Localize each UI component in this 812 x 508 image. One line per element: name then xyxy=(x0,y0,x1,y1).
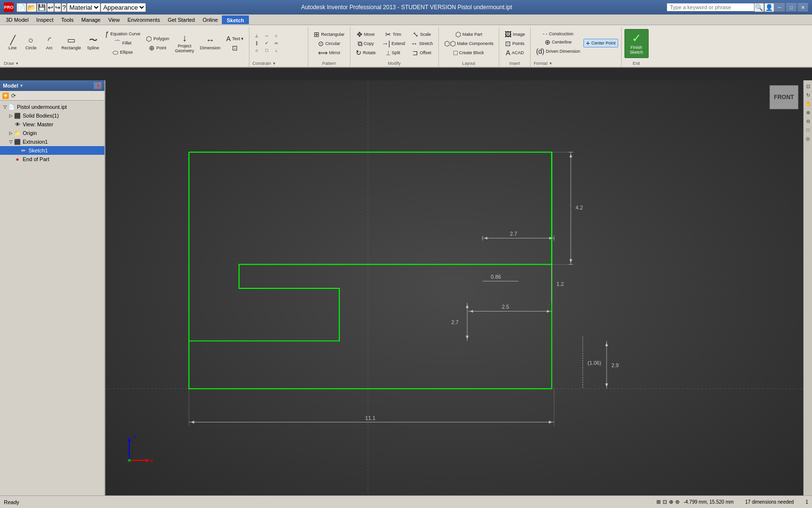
tool-acad[interactable]: A ACAD xyxy=(502,48,527,57)
rt-zoom-out[interactable]: ⊖ xyxy=(804,117,812,125)
panel-pin-button[interactable]: 📌 xyxy=(94,82,102,89)
sign-in-button[interactable]: 👤 xyxy=(764,3,774,12)
search-button[interactable]: 🔍 xyxy=(754,3,764,12)
tool-make-components[interactable]: ⬡⬡ Make Components xyxy=(442,39,496,48)
snap-icon[interactable]: ⊡ xyxy=(663,499,667,505)
save-button[interactable]: 💾 xyxy=(37,3,47,12)
rt-look-at[interactable]: ◎ xyxy=(804,134,812,142)
extrusion-toggle[interactable]: ▽ xyxy=(8,139,14,145)
tool-create-block[interactable]: □ Create Block xyxy=(442,48,496,57)
undo-button[interactable]: ↩ xyxy=(47,3,54,12)
format-dropdown-arrow[interactable]: ▾ xyxy=(550,61,552,66)
grid-icon[interactable]: ⊞ xyxy=(656,499,661,505)
maximize-button[interactable]: □ xyxy=(786,3,797,12)
ortho-icon[interactable]: ⊕ xyxy=(669,499,673,505)
material-dropdown[interactable]: Material xyxy=(67,3,101,12)
search-input[interactable] xyxy=(667,3,754,11)
tool-ellipse[interactable]: ⬭ Ellipse xyxy=(103,48,143,57)
tree-item-extrusion[interactable]: ▽ ⬛ Extrusion1 xyxy=(0,137,104,146)
open-button[interactable]: 📂 xyxy=(27,3,37,12)
help-button[interactable]: ? xyxy=(61,3,67,12)
tool-project-geometry[interactable]: ↓ ProjectGeometry xyxy=(173,31,197,55)
tool-offset[interactable]: ⊐ Offset xyxy=(408,48,435,57)
tool-circle[interactable]: ○ Circle xyxy=(22,34,40,52)
close-button[interactable]: ✕ xyxy=(798,3,808,12)
tool-constraint6[interactable]: □ xyxy=(262,47,271,54)
menu-inspect[interactable]: Inspect xyxy=(32,16,57,24)
tool-arc[interactable]: ◜ Arc xyxy=(41,34,58,52)
tool-rectangular[interactable]: ⊞ Rectangular xyxy=(311,30,347,39)
menu-sketch[interactable]: Sketch xyxy=(222,15,249,24)
tool-constraint8[interactable]: ═ xyxy=(272,40,280,46)
fillet-icon: ⌒ xyxy=(114,40,121,46)
tool-finish-sketch[interactable]: ✓ FinishSketch xyxy=(624,29,649,58)
tool-point2[interactable]: ⊡ xyxy=(224,44,246,52)
tool-mirror[interactable]: ⟺ Mirror xyxy=(311,48,347,57)
tool-circular[interactable]: ⊙ Circular xyxy=(311,39,347,48)
menu-online[interactable]: Online xyxy=(199,16,222,24)
draw-dropdown-arrow[interactable]: ▾ xyxy=(16,61,18,66)
tree-item-sketch1[interactable]: ▷ ✏ Sketch1 xyxy=(0,146,104,155)
filter-button[interactable]: 🔽 xyxy=(2,92,9,99)
sync-button[interactable]: ⟳ xyxy=(11,92,16,99)
tool-move[interactable]: ✥ Move xyxy=(353,30,378,39)
tree-item-view[interactable]: ▷ 👁 View: Master xyxy=(0,120,104,129)
tool-trim[interactable]: ✂ Trim xyxy=(379,30,407,39)
tool-image[interactable]: 🖼 Image xyxy=(502,30,527,39)
tool-points[interactable]: ⊡ Points xyxy=(502,39,527,48)
tool-spline[interactable]: 〜 Spline xyxy=(85,34,102,52)
tool-text[interactable]: A Text ▾ xyxy=(224,34,246,43)
menu-tools[interactable]: Tools xyxy=(58,16,78,24)
tool-dimension[interactable]: ↔ Dimension xyxy=(197,34,223,52)
viewport: FRONT 2.7 4.2 xyxy=(105,80,803,495)
statusbar-extra[interactable]: ⊛ xyxy=(675,499,680,505)
tool-constraint2[interactable]: ∥ xyxy=(252,40,261,46)
tool-constraint4[interactable]: ↔ xyxy=(262,32,271,39)
tool-rectangle[interactable]: ▭ Rectangle xyxy=(59,34,84,52)
tool-construction[interactable]: - - Construction xyxy=(534,30,582,37)
rt-zoom-in[interactable]: ⊕ xyxy=(804,108,812,116)
tool-scale[interactable]: ⤡ Scale xyxy=(408,30,435,39)
tool-line[interactable]: ╱ Line xyxy=(4,34,21,52)
rt-zoom-box[interactable]: □ xyxy=(804,126,812,134)
minimize-button[interactable]: ─ xyxy=(774,3,785,12)
menu-view[interactable]: View xyxy=(104,16,124,24)
tool-make-part[interactable]: ⬡ Make Part xyxy=(442,30,496,39)
tool-driven-dimension[interactable]: (d) Driven Dimension xyxy=(534,47,582,56)
tool-constraint7[interactable]: ○ xyxy=(272,32,280,39)
tree-item-solid[interactable]: ▷ ⬛ Solid Bodies(1) xyxy=(0,111,104,120)
menu-getstarted[interactable]: Get Started xyxy=(164,16,199,24)
new-button[interactable]: 📄 xyxy=(16,3,27,12)
tool-split[interactable]: ⟂ Split xyxy=(379,48,407,57)
tool-point[interactable]: ⊕ Point xyxy=(144,44,172,52)
tool-constraint3[interactable]: ⌂ xyxy=(252,47,261,54)
tool-polygon[interactable]: ⬡ Polygon xyxy=(144,34,172,43)
origin-toggle[interactable]: ▷ xyxy=(8,130,14,136)
tree-item-root[interactable]: ▽ 📄 Pistol undermount.ipt xyxy=(0,103,104,111)
menu-manage[interactable]: Manage xyxy=(77,16,104,24)
tree-item-origin[interactable]: ▷ 📁 Origin xyxy=(0,129,104,137)
tool-center-point[interactable]: + Center Point xyxy=(583,39,618,47)
constrain-dropdown-arrow[interactable]: ▾ xyxy=(273,61,276,66)
menu-environments[interactable]: Environments xyxy=(124,16,164,24)
rt-zoom-extent[interactable]: ⊡ xyxy=(804,82,812,90)
tool-centerline[interactable]: ⊕ Centerline xyxy=(534,38,582,46)
tool-copy[interactable]: ⧉ Copy xyxy=(353,39,378,48)
tool-constraint9[interactable]: ⟂ xyxy=(272,47,280,54)
rt-rotate[interactable]: ↻ xyxy=(804,91,812,99)
tool-constraint1[interactable]: ⊥ xyxy=(252,32,261,39)
tool-stretch[interactable]: ↔ Stretch xyxy=(408,39,435,48)
redo-button[interactable]: ↪ xyxy=(54,3,61,12)
menu-3dmodel[interactable]: 3D Model xyxy=(2,16,32,24)
root-toggle[interactable]: ▽ xyxy=(2,104,8,110)
panel-dropdown[interactable]: ▾ xyxy=(20,83,23,88)
tool-constraint5[interactable]: ✓ xyxy=(262,40,271,46)
solid-toggle[interactable]: ▷ xyxy=(8,113,14,119)
tree-item-eop[interactable]: ▷ ● End of Part xyxy=(0,155,104,164)
tool-fillet[interactable]: ⌒ Fillet xyxy=(103,39,143,47)
tool-rotate[interactable]: ↻ Rotate xyxy=(353,48,378,57)
tool-extend[interactable]: →| Extend xyxy=(379,39,407,48)
tool-equation-curve[interactable]: ƒ Equation Curve xyxy=(103,30,143,38)
appearance-dropdown[interactable]: Appearance xyxy=(101,3,146,12)
rt-pan[interactable]: ✋ xyxy=(804,100,812,107)
